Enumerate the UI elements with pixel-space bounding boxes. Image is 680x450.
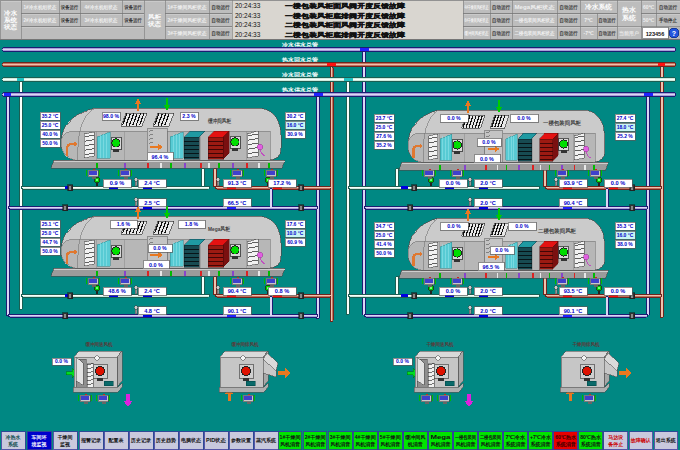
svg-text:20:24:33: 20:24:33 (235, 21, 261, 28)
svg-text:设备运行: 设备运行 (124, 17, 143, 24)
svg-text:7℃冷水: 7℃冷水 (506, 434, 527, 441)
svg-text:0.9 %: 0.9 % (110, 180, 124, 186)
svg-text:冷热水: 冷热水 (6, 434, 22, 441)
svg-text:0.0 %: 0.0 % (446, 180, 460, 186)
svg-text:0.0 %: 0.0 % (149, 262, 163, 268)
svg-text:90.1 °C: 90.1 °C (228, 308, 247, 314)
svg-text:Mega风柜状态: Mega风柜状态 (515, 4, 556, 11)
svg-text:Mega: Mega (430, 434, 450, 440)
svg-text:干燥间: 干燥间 (57, 434, 73, 441)
svg-text:0.0 %: 0.0 % (55, 358, 68, 364)
svg-text:风机消音: 风机消音 (380, 441, 400, 448)
svg-text:自动运行: 自动运行 (492, 4, 511, 11)
svg-text:状态: 状态 (3, 23, 17, 31)
svg-text:系统消音: 系统消音 (580, 441, 601, 448)
svg-text:96.4 %: 96.4 % (152, 154, 169, 160)
svg-text:6#干燥间风柜状态: 6#干燥间风柜状态 (465, 17, 490, 24)
svg-text:40.0 %: 40.0 % (42, 131, 58, 137)
svg-text:一楼包装间: 一楼包装间 (455, 434, 476, 441)
svg-text:报警记录: 报警记录 (80, 437, 101, 444)
svg-text:-7℃: -7℃ (583, 30, 593, 36)
svg-text:自动运行: 自动运行 (560, 30, 579, 37)
svg-text:16.0 °C: 16.0 °C (287, 122, 304, 128)
svg-text:手动停止: 手动停止 (658, 17, 677, 24)
svg-text:38.0 %: 38.0 % (617, 241, 633, 247)
svg-text:2.3 %: 2.3 % (182, 113, 196, 119)
svg-text:66.5 °C: 66.5 °C (228, 200, 247, 206)
svg-text:境监视: 境监视 (31, 441, 48, 448)
svg-text:系统: 系统 (3, 16, 18, 24)
svg-text:50℃: 50℃ (643, 17, 655, 23)
svg-text:设备运行: 设备运行 (60, 17, 79, 24)
svg-text:35.2 °C: 35.2 °C (42, 113, 59, 119)
svg-text:1#干燥间: 1#干燥间 (280, 434, 301, 441)
svg-text:96.5 %: 96.5 % (483, 264, 500, 270)
svg-text:1#冷水机组状态: 1#冷水机组状态 (24, 4, 58, 11)
svg-text:自动运行: 自动运行 (659, 4, 678, 11)
svg-text:1#干燥间风柜状态: 1#干燥间风柜状态 (168, 4, 208, 11)
svg-text:25.0 °C: 25.0 °C (42, 122, 59, 128)
svg-text:风机消音: 风机消音 (455, 441, 475, 448)
svg-text:系统消音: 系统消音 (555, 441, 576, 448)
svg-text:PID状态: PID状态 (206, 437, 227, 444)
svg-text:0.0 %: 0.0 % (446, 288, 460, 294)
svg-text:风机消音: 风机消音 (280, 441, 300, 448)
svg-text:配置表: 配置表 (109, 437, 125, 444)
svg-text:123456: 123456 (646, 31, 665, 37)
svg-text:2.5 °C: 2.5 °C (144, 200, 160, 206)
svg-text:二楼包装间风柜: 二楼包装间风柜 (537, 227, 576, 235)
svg-text:二楼包装间风柜状态: 二楼包装间风柜状态 (515, 30, 556, 37)
svg-text:2#干燥间风柜状态: 2#干燥间风柜状态 (168, 17, 208, 24)
svg-text:1.6 %: 1.6 % (117, 221, 131, 227)
svg-text:自动运行: 自动运行 (212, 30, 231, 37)
svg-text:60.9 %: 60.9 % (287, 239, 303, 245)
svg-text:状态: 状态 (147, 20, 161, 28)
svg-text:4#干燥间风柜状态: 4#干燥间风柜状态 (465, 4, 490, 11)
svg-text:7℃: 7℃ (584, 17, 593, 23)
svg-text:二楼包装风柜底排阀开度反馈故障: 二楼包装风柜底排阀开度反馈故障 (284, 31, 405, 39)
svg-text:2.0 °C: 2.0 °C (480, 288, 496, 294)
svg-text:设备运行: 设备运行 (124, 4, 143, 11)
svg-text:一楼包装间风柜: 一楼包装间风柜 (543, 119, 581, 127)
svg-text:0.0 %: 0.0 % (517, 115, 531, 121)
svg-text:2#干燥间: 2#干燥间 (305, 434, 326, 441)
svg-text:自动运行: 自动运行 (492, 17, 511, 24)
svg-text:2.0 °C: 2.0 °C (480, 180, 496, 186)
svg-text:17.6 °C: 17.6 °C (287, 221, 304, 227)
svg-text:历史趋势: 历史趋势 (155, 437, 176, 444)
svg-text:自动运行: 自动运行 (212, 17, 231, 24)
svg-text:60℃: 60℃ (643, 4, 655, 10)
svg-text:风机消音: 风机消音 (430, 441, 450, 448)
svg-text:风机消音: 风机消音 (481, 441, 501, 448)
svg-text:一楼包装风柜底排阀开度反馈故障: 一楼包装风柜底排阀开度反馈故障 (285, 12, 405, 20)
svg-text:3#干燥间: 3#干燥间 (330, 434, 351, 441)
svg-text:0.0 %: 0.0 % (611, 180, 625, 186)
svg-text:缓冲间风柜: 缓冲间风柜 (207, 117, 231, 125)
svg-text:50.0 %: 50.0 % (376, 250, 392, 256)
svg-text:备停止: 备停止 (607, 441, 623, 448)
svg-text:故障确认: 故障确认 (630, 437, 652, 444)
svg-text:35.2 %: 35.2 % (376, 142, 392, 148)
svg-text:风机消音: 风机消音 (305, 441, 325, 448)
svg-text:20:24:33: 20:24:33 (235, 12, 261, 19)
svg-text:0.0 %: 0.0 % (153, 245, 167, 251)
svg-text:2.0 °C: 2.0 °C (480, 200, 496, 206)
svg-text:30.2 °C: 30.2 °C (287, 113, 304, 119)
svg-text:电脑状态: 电脑状态 (181, 437, 202, 444)
svg-text:干燥间排风机: 干燥间排风机 (572, 341, 601, 348)
svg-text:44.7 %: 44.7 % (42, 239, 58, 245)
svg-text:23.7 °C: 23.7 °C (376, 115, 393, 121)
svg-text:25.0 °C: 25.0 °C (376, 232, 393, 238)
svg-text:1.8 %: 1.8 % (185, 221, 199, 227)
svg-text:0.0 %: 0.0 % (495, 247, 509, 253)
svg-text:60℃热水: 60℃热水 (555, 434, 577, 441)
svg-text:自动运行: 自动运行 (212, 4, 231, 11)
svg-text:自动运行: 自动运行 (599, 30, 617, 37)
svg-text:18.0 °C: 18.0 °C (617, 124, 634, 130)
svg-text:48.6 %: 48.6 % (108, 288, 125, 294)
svg-text:10.0 °C: 10.0 °C (287, 230, 304, 236)
svg-text:二楼包装风柜面风阀开度反馈故障: 二楼包装风柜面风阀开度反馈故障 (284, 21, 405, 29)
svg-text:17.2 %: 17.2 % (273, 180, 290, 186)
svg-text:自动运行: 自动运行 (560, 4, 579, 11)
svg-text:参数设置: 参数设置 (230, 437, 251, 443)
